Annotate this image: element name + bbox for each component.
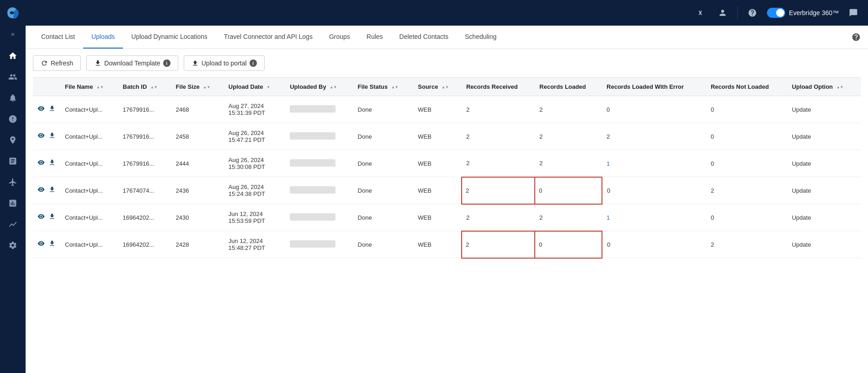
records-not-loaded-cell: 0: [706, 96, 788, 123]
row-icons-cell: [33, 96, 60, 123]
upload-to-portal-info-icon[interactable]: i: [250, 59, 257, 67]
sidebar-item-travel[interactable]: [0, 172, 26, 192]
records-loaded-cell: 2: [535, 96, 602, 123]
file-name-cell: Contact+Upl...: [60, 231, 118, 258]
chat-icon[interactable]: [846, 5, 861, 20]
view-icon[interactable]: [37, 132, 45, 141]
upload-date-cell: Aug 26, 2024 15:30:08 PDT: [224, 150, 285, 177]
uploaded-by-cell: [285, 150, 353, 177]
user-icon[interactable]: [715, 5, 730, 20]
sidebar-item-analytics[interactable]: [0, 193, 26, 213]
download-template-info-icon[interactable]: i: [163, 59, 170, 67]
sidebar-item-incidents[interactable]: [0, 109, 26, 129]
sidebar-item-home[interactable]: [0, 46, 26, 66]
download-icon[interactable]: [48, 240, 56, 249]
records-not-loaded-cell: 0: [706, 204, 788, 231]
sidebar-item-reports[interactable]: [0, 151, 26, 171]
file-status-sort-icon: ▲▼: [391, 85, 399, 89]
tabs-help-icon[interactable]: [852, 32, 861, 42]
sidebar-collapse-button[interactable]: »: [0, 26, 26, 42]
th-file-name[interactable]: File Name ▲▼: [60, 78, 118, 96]
sidebar-logo[interactable]: [0, 0, 26, 26]
tab-scheduling[interactable]: Scheduling: [457, 26, 505, 49]
uploaded-by-placeholder: [290, 213, 335, 221]
tab-travel-connector[interactable]: Travel Connector and API Logs: [216, 26, 321, 49]
table-row: Contact+Upl... 17679916... 2458 Aug 26, …: [33, 123, 861, 150]
source-sort-icon: ▲▼: [442, 85, 449, 89]
upload-to-portal-label: Upload to portal: [202, 59, 247, 67]
sidebar-item-locations[interactable]: [0, 130, 26, 150]
records-loaded-cell: 2: [535, 204, 602, 231]
upload-date-cell: Aug 26, 2024 15:24:38 PDT: [224, 177, 285, 204]
content-area: Contact List Uploads Upload Dynamic Loca…: [26, 26, 868, 373]
table-header-row: File Name ▲▼ Batch ID ▲▼ File Size ▲▼: [33, 78, 861, 96]
toggle-switch[interactable]: [767, 8, 785, 18]
records-loaded-with-error-cell: 0: [602, 177, 706, 204]
tab-deleted-contacts[interactable]: Deleted Contacts: [391, 26, 457, 49]
table-row: Contact+Upl... 17674074... 2436 Aug 26, …: [33, 177, 861, 204]
file-status-cell: Done: [353, 204, 414, 231]
th-source[interactable]: Source ▲▼: [413, 78, 462, 96]
records-loaded-with-error-cell: 2: [602, 123, 706, 150]
file-status-cell: Done: [353, 123, 414, 150]
records-loaded-with-error-cell: 1: [602, 204, 706, 231]
records-received-cell: 2: [462, 177, 535, 204]
file-status-cell: Done: [353, 150, 414, 177]
view-icon[interactable]: [37, 105, 45, 114]
download-icon[interactable]: [48, 105, 56, 114]
uploaded-by-cell: [285, 231, 353, 258]
topbar-divider: [737, 6, 738, 19]
download-icon[interactable]: [48, 159, 56, 168]
th-upload-option[interactable]: Upload Option ▲▼: [787, 78, 861, 96]
th-file-size[interactable]: File Size ▲▼: [171, 78, 224, 96]
uploaded-by-placeholder: [290, 105, 335, 113]
sidebar-nav: [0, 46, 26, 255]
batch-id-cell: 17679916...: [118, 96, 171, 123]
batch-id-cell: 17674074...: [118, 177, 171, 204]
sidebar-item-settings[interactable]: [0, 235, 26, 255]
tab-rules[interactable]: Rules: [358, 26, 391, 49]
source-cell: WEB: [413, 150, 462, 177]
download-icon[interactable]: [48, 186, 56, 195]
view-icon[interactable]: [37, 213, 45, 222]
download-icon[interactable]: [48, 132, 56, 141]
th-records-not-loaded: Records Not Loaded: [706, 78, 788, 96]
th-batch-id[interactable]: Batch ID ▲▼: [118, 78, 171, 96]
collapse-icon[interactable]: [693, 5, 708, 20]
records-not-loaded-cell: 0: [706, 150, 788, 177]
batch-id-cell: 17679916...: [118, 150, 171, 177]
records-not-loaded-cell: 0: [706, 123, 788, 150]
table-body: Contact+Upl... 17679916... 2468 Aug 27, …: [33, 96, 861, 258]
tab-upload-dynamic[interactable]: Upload Dynamic Locations: [123, 26, 216, 49]
sidebar-item-chart[interactable]: [0, 214, 26, 234]
tab-contact-list[interactable]: Contact List: [33, 26, 83, 49]
view-icon[interactable]: [37, 186, 45, 195]
th-upload-date[interactable]: Upload Date ▼: [224, 78, 285, 96]
sidebar-item-contacts[interactable]: [0, 67, 26, 87]
uploads-table: File Name ▲▼ Batch ID ▲▼ File Size ▲▼: [33, 77, 861, 259]
sidebar-item-alerts[interactable]: [0, 88, 26, 108]
view-icon[interactable]: [37, 159, 45, 168]
tabs-list: Contact List Uploads Upload Dynamic Loca…: [33, 26, 505, 49]
tab-uploads[interactable]: Uploads: [83, 26, 123, 49]
file-size-cell: 2458: [171, 123, 224, 150]
records-loaded-cell: 0: [535, 177, 602, 204]
th-records-loaded-with-error: Records Loaded With Error: [602, 78, 706, 96]
download-icon[interactable]: [48, 213, 56, 222]
uploaded-by-sort-icon: ▲▼: [330, 85, 337, 89]
view-icon[interactable]: [37, 240, 45, 249]
file-size-cell: 2468: [171, 96, 224, 123]
download-template-button[interactable]: Download Template i: [86, 55, 178, 71]
th-file-status[interactable]: File Status ▲▼: [353, 78, 414, 96]
uploaded-by-cell: [285, 96, 353, 123]
row-icons-cell: [33, 177, 60, 204]
file-name-cell: Contact+Upl...: [60, 150, 118, 177]
th-uploaded-by[interactable]: Uploaded By ▲▼: [285, 78, 353, 96]
batch-id-cell: 16964202...: [118, 231, 171, 258]
upload-option-cell: Update: [787, 150, 861, 177]
tab-groups[interactable]: Groups: [321, 26, 358, 49]
upload-to-portal-button[interactable]: Upload to portal i: [184, 55, 265, 71]
everbridge-360-toggle[interactable]: Everbridge 360™: [767, 8, 839, 18]
refresh-button[interactable]: Refresh: [33, 55, 81, 71]
help-icon[interactable]: [745, 5, 760, 20]
